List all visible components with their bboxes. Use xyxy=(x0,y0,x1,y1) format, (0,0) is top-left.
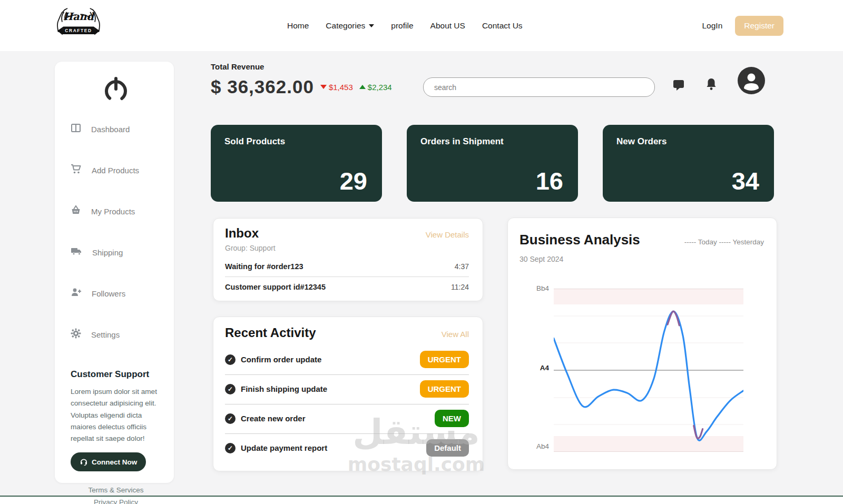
chat-icon xyxy=(672,78,685,91)
nav-item-label: Categories xyxy=(326,21,365,31)
activity-row-left: ✓Finish shipping update xyxy=(225,384,327,394)
sidebar-item-followers[interactable]: Followers xyxy=(71,287,161,300)
sidebar-item-label: Followers xyxy=(92,289,125,298)
bell-icon xyxy=(705,77,718,91)
footer-link-privacy-policy[interactable]: Privacy Policy xyxy=(71,496,161,504)
truck-icon xyxy=(71,246,82,259)
activity-row-left: ✓Create new order xyxy=(225,413,306,424)
svg-text:CRAFTED: CRAFTED xyxy=(65,28,92,33)
top-navbar: Hand CRAFTED HomeCategoriesprofileAbout … xyxy=(0,0,843,51)
brand-logo[interactable]: Hand CRAFTED xyxy=(53,0,104,51)
inbox-message-text: Waiting for #order123 xyxy=(225,262,303,271)
status-badge-urgent: URGENT xyxy=(420,351,469,368)
stat-card-label: Orders in Shipment xyxy=(420,136,564,147)
check-circle-icon: ✓ xyxy=(225,443,236,453)
status-badge-new: NEW xyxy=(435,410,469,427)
connect-now-button[interactable]: Connect Now xyxy=(71,452,146,471)
inbox-message-time: 11:24 xyxy=(451,283,469,291)
triangle-down-icon xyxy=(320,85,327,89)
sidebar-item-label: Shipping xyxy=(92,248,123,257)
power-button[interactable] xyxy=(71,75,161,105)
activity-row-left: ✓Update payment report xyxy=(225,443,327,453)
customer-support-text: Lorem ipsum dolor sit amet consectetur a… xyxy=(71,386,161,444)
customer-support-title: Customer Support xyxy=(71,369,161,380)
nav-item-label: Home xyxy=(287,21,309,31)
hand-crafted-logo-icon: Hand CRAFTED xyxy=(53,4,104,48)
total-revenue-label: Total Revenue xyxy=(211,62,392,71)
activity-text: Update payment report xyxy=(241,443,327,452)
nav-item-home[interactable]: Home xyxy=(287,21,309,31)
stat-card-value: 34 xyxy=(732,166,759,195)
total-revenue-amount: $ 36,362.00 xyxy=(211,76,314,97)
inbox-view-details-link[interactable]: View Details xyxy=(426,230,469,239)
notifications-button[interactable] xyxy=(705,77,718,93)
inbox-message-text: Customer support id#12345 xyxy=(225,283,326,291)
nav-item-label: Contact Us xyxy=(482,21,523,31)
recent-activity-card: Recent Activity View All ✓Confirm order … xyxy=(213,317,483,471)
nav-item-contact-us[interactable]: Contact Us xyxy=(482,21,523,31)
sidebar-item-label: My Products xyxy=(91,207,135,216)
recent-activity-title: Recent Activity xyxy=(225,325,316,340)
power-icon xyxy=(101,75,131,105)
check-circle-icon: ✓ xyxy=(225,384,236,394)
sidebar-item-shipping[interactable]: Shipping xyxy=(71,246,161,259)
sidebar-item-my-products[interactable]: My Products xyxy=(71,205,161,218)
sidebar-item-dashboard[interactable]: Dashboard xyxy=(71,123,161,135)
headset-icon xyxy=(80,458,88,466)
sidebar-item-label: Dashboard xyxy=(91,125,130,134)
series-today xyxy=(554,311,743,440)
nav-item-about-us[interactable]: About US xyxy=(430,21,465,31)
activity-text: Confirm order update xyxy=(241,355,321,364)
nav-item-profile[interactable]: profile xyxy=(391,21,413,31)
auth-area: LogIn Register xyxy=(702,0,783,51)
status-badge-urgent: URGENT xyxy=(420,380,469,398)
chart-legend: ----- Today ----- Yesterday xyxy=(684,238,764,246)
ytick-bb4: Bb4 xyxy=(528,284,549,292)
login-link[interactable]: LogIn xyxy=(702,21,722,31)
customer-support-section: Customer Support Lorem ipsum dolor sit a… xyxy=(71,369,161,504)
business-analysis-card: Business Analysis ----- Today ----- Yest… xyxy=(507,218,777,470)
messages-button[interactable] xyxy=(672,78,685,93)
svg-text:Hand: Hand xyxy=(63,10,95,22)
series-yesterday-visible-overlap-at-peak- xyxy=(668,311,679,325)
sidebar: DashboardAdd ProductsMy ProductsShipping… xyxy=(55,62,174,483)
inbox-group-label: Group: Support xyxy=(225,244,469,256)
triangle-up-icon xyxy=(359,85,366,89)
register-button[interactable]: Register xyxy=(735,16,783,36)
nav-item-label: About US xyxy=(430,21,465,31)
search-input[interactable] xyxy=(423,77,655,97)
connect-now-label: Connect Now xyxy=(92,458,137,466)
activity-row: ✓Update payment reportDefault xyxy=(225,434,469,463)
footer-link-terms-services[interactable]: Terms & Services xyxy=(71,484,161,496)
inbox-message-row[interactable]: Customer support id#1234511:24 xyxy=(225,276,469,297)
activity-row-left: ✓Confirm order update xyxy=(225,354,321,365)
nav-item-label: profile xyxy=(391,21,413,31)
sidebar-item-settings[interactable]: Settings xyxy=(71,328,161,341)
ytick-a4: A4 xyxy=(528,364,549,372)
stat-card-label: Sold Products xyxy=(224,136,368,147)
avatar-icon xyxy=(738,67,765,94)
check-circle-icon: ✓ xyxy=(225,354,236,365)
main-nav: HomeCategoriesprofileAbout USContact Us xyxy=(287,0,523,51)
inbox-message-list: Waiting for #order1234:37Customer suppor… xyxy=(225,256,469,297)
activity-text: Finish shipping update xyxy=(241,384,327,393)
pitch-line-chart xyxy=(554,289,743,453)
total-revenue-block: Total Revenue $ 36,362.00 $1,453 $2,234 xyxy=(211,62,392,97)
nav-item-categories[interactable]: Categories xyxy=(326,21,374,31)
activity-text: Create new order xyxy=(241,414,306,423)
stat-card-new-orders: New Orders34 xyxy=(603,125,774,202)
status-badge-default: Default xyxy=(426,439,469,457)
profile-avatar[interactable] xyxy=(738,67,765,96)
stat-card-label: New Orders xyxy=(616,136,760,147)
activity-row: ✓Finish shipping updateURGENT xyxy=(225,375,469,404)
stat-card-sold-products: Sold Products29 xyxy=(211,125,382,202)
view-all-link[interactable]: View All xyxy=(442,330,469,339)
stat-card-value: 16 xyxy=(536,166,563,195)
sidebar-item-label: Settings xyxy=(91,330,120,339)
inbox-message-row[interactable]: Waiting for #order1234:37 xyxy=(225,256,469,276)
sidebar-item-add-products[interactable]: Add Products xyxy=(71,164,161,176)
stat-cards-row: Sold Products29Orders in Shipment16New O… xyxy=(211,125,775,202)
gear-icon xyxy=(71,328,81,341)
sidebar-item-label: Add Products xyxy=(92,166,139,175)
activity-row: ✓Create new orderNEW xyxy=(225,404,469,434)
